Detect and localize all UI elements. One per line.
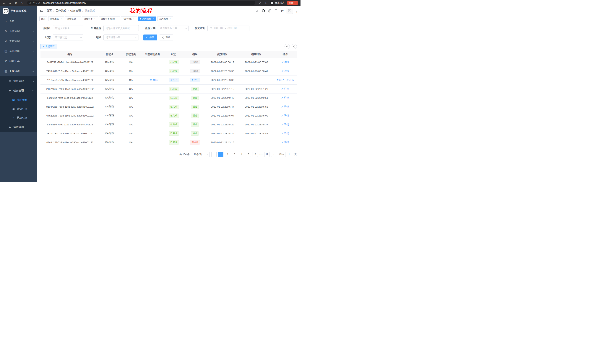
detail-link[interactable]: 详情 (281, 105, 289, 108)
cancel-link[interactable]: 取消 (277, 78, 284, 82)
tab-home[interactable]: 首页 (39, 17, 47, 21)
fullscreen-icon[interactable] (274, 9, 278, 12)
close-icon[interactable]: × (94, 18, 96, 20)
update-label: 更新 (289, 1, 293, 4)
close-icon[interactable]: × (152, 18, 155, 20)
result-select[interactable]: 请选择流结果 (103, 35, 139, 40)
tab-user-group[interactable]: 用户分组× (121, 17, 137, 21)
address-bar[interactable]: ⚠ 不安全 dashboard.yudao.iocoder.cn/bpm/tas… (27, 1, 255, 5)
cell-name: OA 请假 (99, 58, 120, 67)
sidebar-item-workflow[interactable]: ▦工作流程 (0, 66, 37, 76)
detail-link[interactable]: 详情 (281, 60, 289, 64)
back-icon[interactable]: ← (2, 1, 6, 4)
forward-icon[interactable]: → (8, 1, 11, 4)
page-size-select[interactable]: 10条/页 (192, 152, 210, 157)
font-size-icon[interactable]: TT (281, 9, 283, 12)
reset-button[interactable]: 重置 (159, 35, 173, 40)
edit-icon (281, 97, 284, 99)
close-icon[interactable]: × (169, 18, 171, 20)
sidebar-item-process-management[interactable]: ≣流程管理 (0, 76, 37, 86)
breadcrumb-item-2[interactable]: 任务管理 (70, 9, 81, 12)
detail-link[interactable]: 详情 (281, 96, 289, 99)
page-button-4[interactable]: 4 (239, 152, 244, 157)
page-button-1[interactable]: 1 (218, 152, 223, 157)
tab-process-form-edit[interactable]: 流程表单-编辑× (99, 17, 120, 21)
sidebar-item-home[interactable]: ⌂首页 (0, 16, 37, 26)
submit-time-range-picker[interactable]: 开始日期 - 结束日期 (208, 25, 250, 31)
close-icon[interactable]: × (133, 18, 135, 20)
tab-process-form[interactable]: 流程表单× (82, 17, 98, 21)
bookmark-star-icon[interactable]: ☆ (264, 1, 267, 4)
avatar[interactable] (287, 8, 293, 14)
search-button[interactable]: 搜索 (143, 35, 157, 40)
detail-link[interactable]: 详情 (281, 87, 289, 91)
page-button-11[interactable]: 11 (264, 152, 270, 157)
cell-name: OA 请假 (99, 102, 120, 111)
toolbar-refresh-icon[interactable] (291, 44, 297, 49)
menu-kebab-icon[interactable]: ⋮ (295, 1, 298, 4)
more-pages-button[interactable]: ••• (260, 153, 263, 156)
category-select[interactable]: 请选择流程分类 (158, 25, 189, 31)
sidebar-item-todo-tasks[interactable]: ◉待办任务 (0, 105, 37, 113)
page-button-5[interactable]: 5 (246, 152, 251, 157)
result-badge: 通过 (191, 87, 199, 91)
page-button-3[interactable]: 3 (232, 152, 237, 157)
column-header: 流程分类 (120, 51, 142, 58)
chevron-down-icon (32, 30, 34, 32)
help-icon[interactable]: ? (268, 9, 271, 12)
key-icon[interactable] (259, 1, 262, 4)
tab-process-definition[interactable]: 流程定义× (48, 17, 64, 21)
security-label[interactable]: 不安全 (33, 1, 40, 4)
process-name-input[interactable] (53, 25, 83, 31)
detail-link[interactable]: 详情 (281, 141, 289, 144)
browser-home-icon[interactable]: ⌂ (20, 1, 23, 4)
detail-link[interactable]: 详情 (281, 114, 289, 117)
prev-page-button[interactable]: ‹ (211, 152, 217, 157)
sidebar-item-task-management[interactable]: ⚑任务管理 (0, 86, 37, 96)
sidebar-item-infrastructure[interactable]: ▤基础设施 (0, 46, 37, 56)
sidebar-item-label: 首页 (9, 19, 14, 23)
start-date-placeholder[interactable]: 开始日期 (214, 27, 223, 30)
tab-start-process[interactable]: 发起流程× (157, 17, 173, 21)
sidebar-item-devtools[interactable]: ⚒研发工具 (0, 56, 37, 66)
process-definition-input[interactable] (103, 25, 139, 31)
detail-link[interactable]: 详情 (286, 78, 294, 82)
search-icon[interactable] (256, 9, 259, 12)
sidebar-item-system[interactable]: ⚙系统管理 (0, 26, 37, 36)
sidebar-item-my-process[interactable]: ▣我的流程 (0, 96, 37, 105)
tab-process-model[interactable]: 流程模型× (65, 17, 81, 21)
breadcrumb-item-1[interactable]: 工作流程 (56, 9, 66, 12)
toolbar-search-toggle-icon[interactable] (285, 44, 290, 49)
close-icon[interactable]: × (60, 18, 62, 20)
end-date-placeholder[interactable]: 结束日期 (228, 27, 237, 30)
sidebar-item-leave-query[interactable]: ☻请假查询 (0, 122, 37, 132)
detail-link[interactable]: 详情 (281, 132, 289, 135)
tab-my-process[interactable]: 我的流程× (138, 17, 156, 21)
sidebar-item-payment[interactable]: ¥支付管理 (0, 36, 37, 46)
incognito-label: 无痕模式 (275, 1, 284, 4)
table-row: 819442e8-7b9a-11ec-a290-acde48001122OA 请… (40, 102, 297, 111)
breadcrumb-item-0[interactable]: 首页 (47, 9, 52, 12)
current-task-link[interactable]: 一级审批 (148, 78, 158, 81)
reload-icon[interactable]: ↻ (14, 1, 18, 4)
hamburger-icon[interactable] (40, 9, 43, 12)
next-page-button[interactable]: › (271, 152, 276, 157)
create-process-button[interactable]: + 发起流程 (40, 44, 57, 49)
goto-page-input[interactable] (285, 152, 293, 157)
chevron-down-icon (32, 40, 34, 42)
close-icon[interactable]: × (116, 18, 118, 20)
close-icon[interactable]: × (77, 18, 79, 20)
update-button[interactable]: 更新 ⋮ (287, 1, 298, 5)
sidebar-item-done-tasks[interactable]: ✓已办任务 (0, 113, 37, 122)
url-text[interactable]: dashboard.yudao.iocoder.cn/bpm/task/my (43, 2, 86, 4)
detail-link[interactable]: 详情 (281, 69, 289, 73)
github-icon[interactable] (262, 9, 265, 12)
app-logo[interactable]: 芋道管理系统 (0, 6, 37, 16)
cell-name: OA 请假 (99, 120, 120, 129)
detail-link[interactable]: 详情 (281, 123, 289, 126)
caret-down-icon[interactable]: ▾ (296, 11, 297, 13)
status-select[interactable]: 请选择状态 (53, 35, 83, 40)
cell-submit-time: 2022-01-23 00:06:17 (206, 58, 239, 67)
page-button-2[interactable]: 2 (225, 152, 230, 157)
page-button-6[interactable]: 6 (253, 152, 258, 157)
